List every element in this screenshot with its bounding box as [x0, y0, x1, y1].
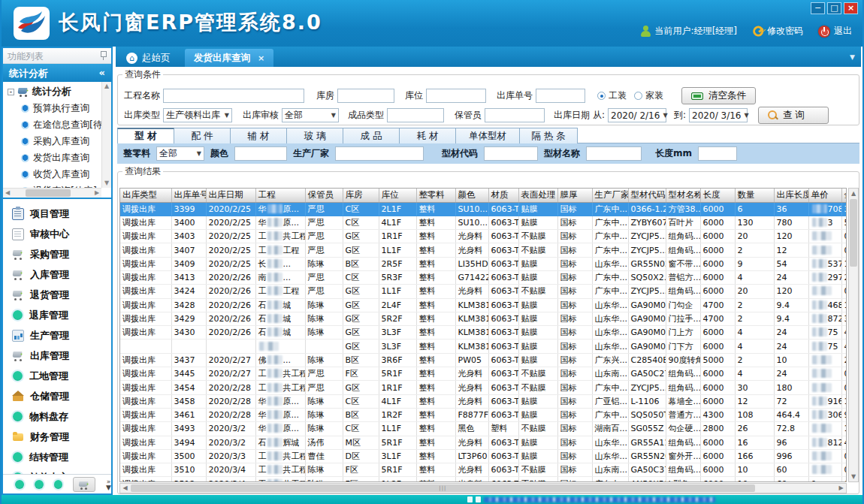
- column-header[interactable]: 型材代码: [628, 189, 666, 202]
- sidebar-item-项目管理[interactable]: 项目管理: [3, 204, 111, 224]
- table-row[interactable]: 调拨出库35102020/3/4工共工程陈琳F区5R1F整料光身料6063-T5…: [120, 463, 847, 477]
- tab-home[interactable]: ⌂ 起始页: [117, 49, 180, 67]
- product-type-input[interactable]: [387, 108, 444, 122]
- table-row[interactable]: 调拨出库34942020/3/2石辉城汤伟M区5R1F整料光身料6063-T5贴…: [120, 436, 847, 449]
- scroll-down-icon[interactable]: ▼: [102, 179, 111, 188]
- warehouse-input[interactable]: [337, 89, 394, 103]
- location-input[interactable]: [426, 89, 486, 103]
- table-row[interactable]: 调拨出库34612020/2/28华原...陈琳B区1R2F整料F8877FT6…: [120, 408, 847, 421]
- scroll-up-icon[interactable]: ▲: [102, 82, 111, 91]
- maximize-button[interactable]: □: [827, 2, 841, 14]
- material-tab[interactable]: 型 材: [117, 128, 174, 143]
- table-row[interactable]: 调拨出库35002020/3/3工共工程曹佳D区3L1F整料LT3P606063…: [120, 449, 847, 463]
- sidebar-item-出库管理[interactable]: 出库管理: [3, 346, 111, 366]
- column-header[interactable]: 材质: [488, 189, 518, 202]
- logout-button[interactable]: 退出: [818, 25, 852, 38]
- project-name-input[interactable]: [163, 89, 304, 103]
- sidebar-item-结转管理[interactable]: 结转管理: [3, 447, 111, 467]
- table-row[interactable]: 调拨出库34452020/2/27工共工程严思F区5R1F整料光身料6063-T…: [120, 367, 847, 381]
- order-no-input[interactable]: [536, 89, 585, 103]
- column-header[interactable]: 膜厚: [557, 189, 592, 202]
- material-tab[interactable]: 成 品: [343, 128, 400, 143]
- whole-scrap-select[interactable]: 全部▼: [156, 146, 204, 161]
- radio-gongzhuang[interactable]: 工装: [597, 89, 627, 102]
- table-row[interactable]: 调拨出库34132020/2/26南...严思C区5R3F整料G71422606…: [120, 270, 847, 284]
- column-header[interactable]: 库房: [343, 189, 379, 202]
- scroll-right-icon[interactable]: ▶: [836, 484, 846, 493]
- tree-horizontal-scrollbar[interactable]: ◀ ▶: [3, 188, 101, 198]
- column-header[interactable]: 工程: [255, 189, 305, 202]
- sidebar-item-退库管理[interactable]: 退库管理: [3, 305, 111, 325]
- toolbar-cart-button[interactable]: [73, 477, 95, 492]
- collapse-icon[interactable]: «: [99, 67, 105, 78]
- factory-input[interactable]: [335, 146, 424, 161]
- tree-item[interactable]: 预算执行查询: [3, 100, 101, 116]
- tree-root-stats[interactable]: - 统计分析: [3, 83, 101, 100]
- results-vertical-scrollbar[interactable]: ▲ ▼: [848, 188, 859, 482]
- column-header[interactable]: 长度: [700, 189, 735, 202]
- scroll-left-icon[interactable]: ◀: [3, 189, 12, 198]
- length-input[interactable]: [698, 146, 737, 161]
- sidebar-item-生产管理[interactable]: 生产管理: [3, 325, 111, 346]
- column-header[interactable]: 颜色: [455, 189, 488, 202]
- column-header[interactable]: 金: [841, 189, 847, 202]
- column-header[interactable]: 出库长度: [774, 189, 808, 202]
- material-tab[interactable]: 辅 材: [230, 128, 287, 143]
- close-button[interactable]: ×: [844, 2, 858, 14]
- column-header[interactable]: 生产厂家: [592, 189, 628, 202]
- column-header[interactable]: 整零料: [416, 189, 455, 202]
- tab-overflow-chevron-icon[interactable]: ▼: [850, 53, 855, 61]
- table-row[interactable]: 调拨出库34582020/2/28华原...陈琳C区4L1F整料光身料6063-…: [120, 394, 847, 408]
- table-row[interactable]: 调拨出库34302020/2/26石城陈琳G区3L3F整料KLM38176063…: [120, 326, 847, 340]
- scroll-right-icon[interactable]: ▶: [92, 189, 101, 198]
- table-row[interactable]: 调拨出库34282020/2/26石城陈琳G区2L4F整料KLM38176063…: [120, 298, 847, 312]
- column-header[interactable]: 保管员: [305, 189, 343, 202]
- tab-close-icon[interactable]: ×: [258, 53, 264, 63]
- column-header[interactable]: 出库日期: [206, 189, 255, 202]
- sidebar-item-财务管理[interactable]: 财务管理: [3, 427, 111, 447]
- column-header[interactable]: 出库类型: [120, 189, 171, 202]
- scroll-left-icon[interactable]: ◀: [120, 484, 130, 493]
- toolbar-dot-icon[interactable]: [35, 480, 44, 489]
- sidebar-item-物料盘存[interactable]: 物料盘存: [3, 406, 111, 427]
- vscroll-thumb[interactable]: [850, 199, 857, 267]
- minimize-button[interactable]: −: [811, 2, 825, 14]
- tree-item[interactable]: 在途信息查询[待: [3, 116, 101, 133]
- material-tab[interactable]: 隔 热 条: [519, 128, 578, 143]
- results-horizontal-scrollbar[interactable]: ◀ ||| ▶: [119, 483, 847, 493]
- column-header[interactable]: 单价: [808, 189, 841, 202]
- change-password-button[interactable]: 修改密码: [752, 25, 803, 38]
- table-row[interactable]: 调拨出库34242020/2/26工工程严思G区1L1F整料光身料6063-T5…: [120, 285, 847, 298]
- tree-expander-icon[interactable]: -: [8, 89, 14, 95]
- table-row[interactable]: 调拨出库35122020/3/4工共工程陈琳F区1L2F整料光身料6063-T5…: [120, 477, 847, 482]
- out-type-select[interactable]: 生产领料出库▼: [163, 108, 232, 122]
- profile-code-input[interactable]: [484, 146, 538, 161]
- tab-shipment-outbound-query[interactable]: 发货出库查询 ×: [185, 49, 273, 67]
- tree-hscroll-thumb[interactable]: [26, 189, 71, 197]
- column-header[interactable]: 库位: [379, 189, 416, 202]
- hscroll-thumb[interactable]: |||: [131, 484, 755, 492]
- table-row[interactable]: 调拨出库34072020/2/25工工程严思G区1L1F整料光身料6063-T5…: [120, 243, 847, 257]
- pin-icon[interactable]: [99, 51, 107, 60]
- material-tab[interactable]: 玻 璃: [286, 128, 343, 143]
- table-row[interactable]: 调拨出库34542020/2/28工共工程严思G区1R1F整料光身料6063-T…: [120, 381, 847, 394]
- material-tab[interactable]: 配 件: [174, 128, 231, 143]
- keeper-input[interactable]: [485, 108, 545, 122]
- stats-section-header[interactable]: 统计分析 «: [3, 64, 111, 82]
- material-tab[interactable]: 单体型材: [455, 128, 520, 143]
- sidebar-item-采购管理[interactable]: 采购管理: [3, 244, 111, 264]
- sidebar-item-仓储管理[interactable]: 仓储管理: [3, 386, 111, 406]
- table-row[interactable]: 调拨出库34292020/2/26石城陈琳G区5R2F整料KLM38176063…: [120, 312, 847, 325]
- search-button[interactable]: 查 询: [758, 107, 829, 124]
- material-tab[interactable]: 耗 材: [399, 128, 456, 143]
- column-header[interactable]: 型材名称: [666, 189, 700, 202]
- toolbar-overflow-chevron[interactable]: »▼: [106, 478, 111, 490]
- sidebar-item-审核中心[interactable]: 审核中心: [3, 224, 111, 244]
- tree-item[interactable]: 发货出库查询: [3, 149, 101, 166]
- date-from-select[interactable]: 2020/ 2/16▼: [608, 108, 666, 122]
- tree-vertical-scrollbar[interactable]: ▲ ▼: [101, 82, 111, 188]
- scroll-up-icon[interactable]: ▲: [849, 189, 858, 198]
- toolbar-dot-icon[interactable]: [15, 480, 24, 489]
- date-to-select[interactable]: 2020/ 3/16▼: [689, 108, 748, 122]
- column-header[interactable]: 出库单号: [171, 189, 206, 202]
